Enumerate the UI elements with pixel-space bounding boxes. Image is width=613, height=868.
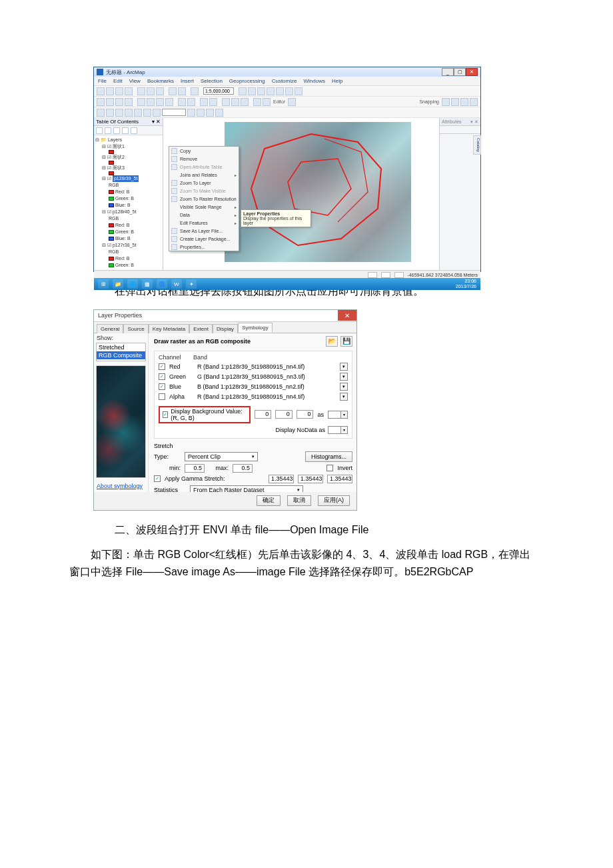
tool-icon[interactable]: [187, 109, 195, 117]
forward-icon[interactable]: [165, 98, 173, 106]
tab-general[interactable]: General: [97, 324, 123, 333]
catalog-tab[interactable]: Catalog: [473, 135, 481, 155]
alpha-checkbox[interactable]: [159, 393, 165, 400]
show-list[interactable]: Stretched RGB Composite: [96, 343, 146, 361]
invert-checkbox[interactable]: [326, 465, 333, 471]
tool-icon[interactable]: [197, 109, 205, 117]
menu-insert[interactable]: Insert: [181, 78, 194, 84]
toc-item[interactable]: 面状3: [113, 165, 125, 171]
find-icon[interactable]: [231, 98, 239, 106]
menu-bookmarks[interactable]: Bookmarks: [147, 78, 174, 84]
tool-icon[interactable]: [115, 109, 123, 117]
ctx-visible-scale[interactable]: Visible Scale Range: [169, 203, 239, 211]
tab-extent[interactable]: Extent: [189, 324, 213, 333]
toc-list-by-source-icon[interactable]: [105, 127, 111, 134]
tool-icon[interactable]: [143, 109, 151, 117]
tool-icon[interactable]: [263, 98, 271, 106]
save-icon[interactable]: [115, 87, 123, 95]
display-bg-checkbox[interactable]: [163, 411, 168, 418]
copy-icon[interactable]: [147, 87, 155, 95]
ctx-save-as-layer[interactable]: Save As Layer File...: [169, 227, 239, 235]
editor-label[interactable]: Editor: [272, 99, 287, 104]
menu-file[interactable]: File: [98, 78, 107, 84]
toc-raster[interactable]: p128r39_5t: [113, 175, 139, 182]
task-icon[interactable]: 🌀: [157, 279, 167, 289]
add-data-icon[interactable]: [191, 87, 199, 95]
menu-help[interactable]: Help: [332, 78, 342, 84]
status-icon[interactable]: [368, 272, 377, 278]
snapping-icon[interactable]: [451, 98, 459, 106]
toc-item[interactable]: 面状1: [113, 143, 125, 150]
apply-button[interactable]: 应用(A): [318, 495, 350, 506]
toc-options-icon[interactable]: [131, 127, 137, 134]
tool-icon[interactable]: [153, 109, 161, 117]
cut-icon[interactable]: [137, 87, 145, 95]
band-dropdown[interactable]: ▾: [340, 383, 348, 391]
maximize-button[interactable]: ▢: [454, 68, 466, 76]
menu-windows[interactable]: Windows: [303, 78, 324, 84]
back-icon[interactable]: [156, 98, 164, 106]
bg-color-swatch[interactable]: [328, 411, 341, 419]
minimize-button[interactable]: _: [442, 68, 454, 76]
zoom-out-icon[interactable]: [106, 98, 114, 106]
task-icon[interactable]: W: [171, 279, 182, 289]
layers-root[interactable]: Layers: [108, 137, 122, 143]
tab-keymeta[interactable]: Key Metadata: [149, 324, 189, 333]
band-dropdown[interactable]: ▾: [340, 393, 348, 401]
stats-select[interactable]: From Each Raster Dataset▾: [190, 485, 303, 492]
tool-icon[interactable]: [106, 109, 114, 117]
fixed-zoom-out-icon[interactable]: [147, 98, 155, 106]
toc-item[interactable]: 面状2: [113, 154, 125, 161]
identify-icon[interactable]: [209, 98, 217, 106]
menu-view[interactable]: View: [129, 78, 141, 84]
show-stretched[interactable]: Stretched: [97, 343, 145, 351]
band-dropdown[interactable]: ▾: [340, 373, 348, 381]
tool-icon[interactable]: [295, 87, 303, 95]
ok-button[interactable]: 确定: [257, 495, 281, 506]
min-input[interactable]: 0.5: [185, 464, 205, 473]
tool-icon[interactable]: [267, 87, 275, 95]
menu-selection[interactable]: Selection: [201, 78, 223, 84]
georef-scale[interactable]: [162, 109, 186, 116]
snapping-icon[interactable]: [470, 98, 478, 106]
status-icon[interactable]: [381, 272, 390, 278]
bg-b-input[interactable]: 0: [297, 410, 314, 419]
taskbar-clock[interactable]: 23:06 2013/7/26: [456, 279, 476, 289]
tool-icon[interactable]: [248, 87, 256, 95]
toc-list-by-selection-icon[interactable]: [122, 127, 129, 134]
task-icon[interactable]: 📁: [113, 279, 123, 289]
tab-symbology[interactable]: Symbology: [238, 323, 273, 333]
stretch-type-select[interactable]: Percent Clip▾: [185, 452, 258, 461]
panel-pin-icon[interactable]: ▾ ✕: [470, 119, 478, 125]
ctx-properties[interactable]: Properties...: [169, 243, 239, 251]
tool-icon[interactable]: [285, 87, 293, 95]
select-elements-icon[interactable]: [200, 98, 208, 106]
start-button[interactable]: ⊞: [98, 279, 109, 289]
measure-icon[interactable]: [222, 98, 230, 106]
status-icon[interactable]: [394, 272, 404, 278]
tool-icon[interactable]: [257, 87, 265, 95]
gamma-checkbox[interactable]: [154, 475, 161, 482]
toc-list-by-visibility-icon[interactable]: [113, 127, 120, 134]
toc-pin-icon[interactable]: ▾ ✕: [152, 119, 161, 125]
menu-geoprocessing[interactable]: Geoprocessing: [229, 78, 265, 84]
ctx-remove[interactable]: Remove: [169, 155, 239, 163]
close-button[interactable]: ✕: [466, 68, 478, 76]
ctx-joins[interactable]: Joins and Relates: [169, 171, 239, 179]
toc-list-by-drawing-icon[interactable]: [96, 127, 103, 134]
undo-icon[interactable]: [169, 87, 177, 95]
ctx-data[interactable]: Data: [169, 211, 239, 219]
close-button[interactable]: ✕: [338, 310, 356, 321]
select-icon[interactable]: [178, 98, 186, 106]
task-icon[interactable]: 🌐: [127, 279, 138, 289]
gamma-g-input[interactable]: 1.35443: [298, 475, 323, 483]
snapping-icon[interactable]: [460, 98, 468, 106]
tool-icon[interactable]: [253, 98, 261, 106]
snapping-icon[interactable]: [442, 98, 450, 106]
tool-icon[interactable]: [276, 87, 284, 95]
zoom-in-icon[interactable]: [97, 98, 105, 106]
ctx-zoom-raster-res[interactable]: Zoom To Raster Resolution: [169, 195, 239, 203]
about-symbology-link[interactable]: About symbology: [94, 480, 148, 492]
gamma-r-input[interactable]: 1.35443: [269, 475, 294, 483]
ctx-create-layer-pkg[interactable]: Create Layer Package...: [169, 235, 239, 243]
